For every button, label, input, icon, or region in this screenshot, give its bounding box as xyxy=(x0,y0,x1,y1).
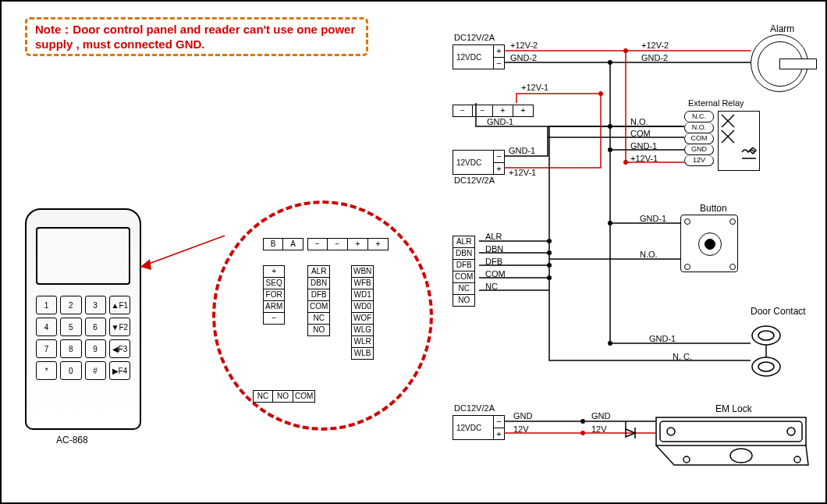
lbl-12v-lock: 12V xyxy=(513,424,529,434)
svg-point-27 xyxy=(608,147,612,152)
lbl-dfb: DFB xyxy=(485,257,502,266)
lbl-gnd1-btn: GND-1 xyxy=(640,214,666,223)
lbl-p12v1: +12V-1 xyxy=(521,83,548,92)
lbl-no: N.O. xyxy=(630,117,648,126)
svg-point-20 xyxy=(623,48,628,53)
lbl-p12v1b: +12V-1 xyxy=(630,154,658,163)
lbl-gnd2: GND-2 xyxy=(510,53,537,62)
lbl-gnd1-dc: GND-1 xyxy=(649,334,676,343)
svg-point-41 xyxy=(547,250,552,255)
svg-point-22 xyxy=(608,60,612,65)
svg-line-17 xyxy=(140,236,225,267)
lbl-dbn: DBN xyxy=(485,244,503,254)
wiring-overlay xyxy=(2,2,825,502)
lbl-gnd1b: GND-1 xyxy=(630,141,657,151)
svg-marker-18 xyxy=(140,259,151,270)
lbl-nc-dc: N. C. xyxy=(673,352,692,361)
wiring-diagram: Note：Door control panel and reader can't… xyxy=(0,0,827,504)
lbl-gnd-lock: GND xyxy=(513,411,532,421)
svg-point-42 xyxy=(547,263,552,268)
lbl-gnd1: GND-1 xyxy=(487,117,513,126)
lbl-alr: ALR xyxy=(485,232,502,241)
lbl-p12v2b: +12V-2 xyxy=(641,41,669,50)
svg-point-48 xyxy=(580,419,585,424)
svg-point-43 xyxy=(547,275,552,280)
svg-point-29 xyxy=(623,160,628,165)
lbl-gnd2b: GND-2 xyxy=(641,53,668,62)
lbl-gnd-lock2: GND xyxy=(591,411,610,421)
svg-point-30 xyxy=(608,124,612,129)
lbl-com2: COM xyxy=(485,269,506,279)
svg-point-45 xyxy=(608,341,612,346)
lbl-no-btn: N.O. xyxy=(640,250,658,259)
lbl-p12v1c: +12V-1 xyxy=(509,168,536,177)
lbl-p12v2: +12V-2 xyxy=(510,41,538,50)
lbl-12v-lock2: 12V xyxy=(591,424,607,434)
lbl-com: COM xyxy=(630,129,651,138)
lbl-gnd1c2: GND-1 xyxy=(509,146,535,155)
lbl-nc: NC xyxy=(485,282,498,291)
svg-point-49 xyxy=(580,431,585,435)
svg-point-40 xyxy=(547,239,552,243)
svg-point-32 xyxy=(608,221,612,225)
